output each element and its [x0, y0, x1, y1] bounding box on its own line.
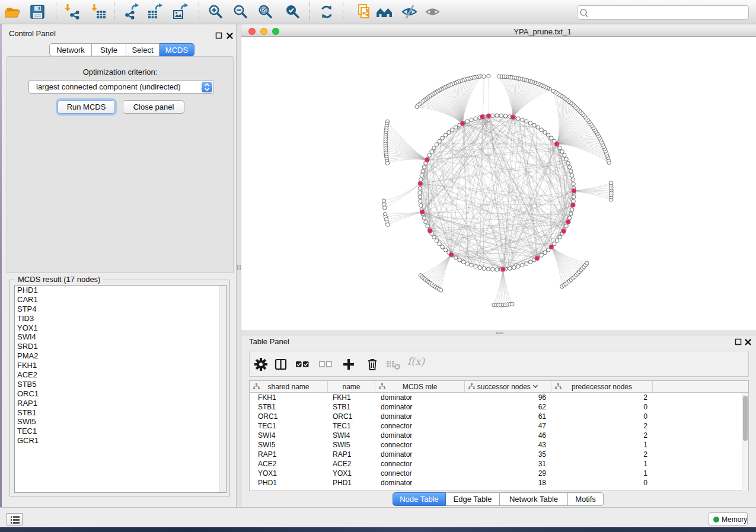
table-cell: 43: [465, 441, 546, 449]
column-header-predecessor-nodes[interactable]: predecessor nodes: [551, 381, 653, 393]
table-row[interactable]: SWI5SWI5connector431: [250, 440, 748, 450]
table-cell: STB1: [333, 403, 350, 411]
mcds-result-item[interactable]: STB1: [15, 408, 226, 418]
table-cell: SWI4: [258, 431, 275, 440]
table-cell: connector: [381, 469, 412, 477]
tab-style[interactable]: Style: [92, 43, 126, 56]
table-row[interactable]: ACE2ACE2connector311: [250, 459, 748, 469]
list-scrollbar[interactable]: [219, 286, 226, 492]
zoom-selected-icon[interactable]: [284, 3, 302, 21]
network-overview-icon[interactable]: [375, 3, 393, 21]
mcds-result-item[interactable]: PMA2: [15, 351, 226, 361]
scrollbar-thumb[interactable]: [743, 396, 748, 441]
tab-mcds[interactable]: MCDS: [160, 43, 194, 56]
zoom-in-icon[interactable]: [207, 3, 225, 21]
close-panel-icon[interactable]: [226, 32, 234, 40]
table-scrollbar[interactable]: [742, 393, 748, 491]
table-row[interactable]: STB1STB1dominator620: [250, 402, 748, 412]
tab-network[interactable]: Network: [49, 43, 92, 56]
network-window-titlebar[interactable]: YPA_prune.txt_1: [241, 26, 756, 37]
criterion-dropdown[interactable]: largest connected component (undirected): [28, 80, 214, 94]
close-panel-icon[interactable]: [744, 338, 752, 346]
table-cell: 1: [551, 469, 647, 477]
splitter-grip[interactable]: [237, 265, 241, 270]
deselect-all-check-icon[interactable]: [319, 358, 333, 373]
network-canvas[interactable]: [241, 37, 756, 331]
mcds-result-item[interactable]: YOX1: [15, 323, 226, 333]
table-row[interactable]: ORC1ORC1dominator610: [250, 412, 748, 421]
table-settings-icon[interactable]: [254, 358, 267, 373]
mcds-result-item[interactable]: TID3: [15, 314, 226, 323]
open-session-icon[interactable]: [5, 3, 23, 21]
show-columns-icon[interactable]: [275, 358, 288, 373]
run-mcds-button[interactable]: Run MCDS: [58, 100, 115, 114]
mcds-result-item[interactable]: FKH1: [15, 361, 226, 370]
table-row[interactable]: YOX1YOX1connector291: [250, 469, 748, 478]
table-cell: 2: [551, 393, 647, 402]
tab-select[interactable]: Select: [126, 43, 160, 56]
delete-column-icon[interactable]: [366, 358, 379, 373]
table-row[interactable]: FKH1FKH1dominator962: [250, 393, 748, 402]
tab-edge-table[interactable]: Edge Table: [446, 492, 500, 506]
mcds-result-item[interactable]: STP4: [15, 305, 226, 314]
mcds-result-item[interactable]: GCR1: [15, 436, 226, 446]
refresh-view-icon[interactable]: [318, 3, 336, 21]
table-row[interactable]: PHD1PHD1dominator180: [250, 478, 748, 488]
tab-motifs[interactable]: Motifs: [568, 492, 604, 506]
table-row[interactable]: RAP1RAP1dominator352: [250, 450, 748, 459]
duplicate-network-icon[interactable]: [355, 3, 372, 21]
mcds-result-item[interactable]: ACE2: [15, 370, 226, 380]
table-cell: TEC1: [258, 422, 276, 430]
table-cell: 29: [465, 469, 546, 477]
horizontal-splitter[interactable]: [241, 331, 756, 335]
task-history-button[interactable]: [7, 513, 23, 525]
sort-descending-icon: [532, 383, 538, 391]
table-cell: connector: [381, 422, 412, 430]
float-panel-icon[interactable]: [735, 338, 742, 346]
column-header-MCDS-role[interactable]: MCDS role: [375, 381, 465, 393]
mcds-result-item[interactable]: PHD1: [15, 286, 226, 295]
hide-selected-icon[interactable]: [401, 3, 419, 21]
maximize-window-icon[interactable]: [272, 28, 279, 35]
float-panel-icon[interactable]: [215, 32, 223, 40]
close-window-icon[interactable]: [248, 28, 256, 35]
zoom-fit-icon[interactable]: [257, 3, 275, 21]
tab-node-table[interactable]: Node Table: [393, 492, 446, 506]
select-all-check-icon[interactable]: [296, 358, 310, 373]
show-all-icon[interactable]: [424, 3, 442, 21]
table-row[interactable]: TEC1TEC1connector472: [250, 421, 748, 431]
vertical-splitter[interactable]: [236, 24, 241, 507]
close-panel-button[interactable]: Close panel: [123, 100, 184, 114]
mcds-result-item[interactable]: TEC1: [15, 427, 226, 436]
add-column-icon[interactable]: [342, 358, 355, 373]
save-session-icon[interactable]: [28, 3, 46, 21]
mcds-result-item[interactable]: ORC1: [15, 389, 226, 399]
tab-network-table[interactable]: Network Table: [500, 492, 568, 506]
column-header-shared-name[interactable]: shared name: [250, 381, 328, 393]
minimize-window-icon[interactable]: [260, 28, 267, 35]
search-input[interactable]: [577, 5, 749, 20]
zoom-out-icon[interactable]: [232, 3, 250, 21]
criterion-value: largest connected component (undirected): [36, 82, 181, 91]
column-header-successor-nodes[interactable]: successor nodes: [465, 381, 551, 393]
mcds-result-item[interactable]: STB5: [15, 380, 226, 389]
export-network-icon[interactable]: [123, 3, 141, 21]
mcds-result-item[interactable]: SWI4: [15, 332, 226, 342]
mcds-result-item[interactable]: CAR1: [15, 295, 226, 305]
mcds-result-list[interactable]: PHD1CAR1STP4TID3YOX1SWI4SRD1PMA2FKH1ACE2…: [14, 285, 227, 493]
mcds-result-item[interactable]: SRD1: [15, 342, 226, 351]
memory-button[interactable]: Memory: [709, 512, 748, 525]
splitter-grip[interactable]: [496, 332, 503, 334]
table-cell: 96: [465, 393, 546, 402]
mcds-result-item[interactable]: RAP1: [15, 399, 226, 408]
column-header-name[interactable]: name: [328, 381, 375, 393]
table-cell: 47: [465, 422, 546, 430]
mcds-result-item[interactable]: SWI5: [15, 417, 226, 427]
import-table-icon[interactable]: [90, 3, 107, 21]
table-toolbar: f(x): [249, 351, 749, 377]
export-table-icon[interactable]: [147, 3, 165, 21]
import-network-icon[interactable]: [63, 3, 81, 21]
table-cell: SWI4: [333, 431, 350, 440]
export-image-icon[interactable]: [173, 3, 190, 21]
table-row[interactable]: SWI4SWI4dominator462: [250, 431, 748, 440]
